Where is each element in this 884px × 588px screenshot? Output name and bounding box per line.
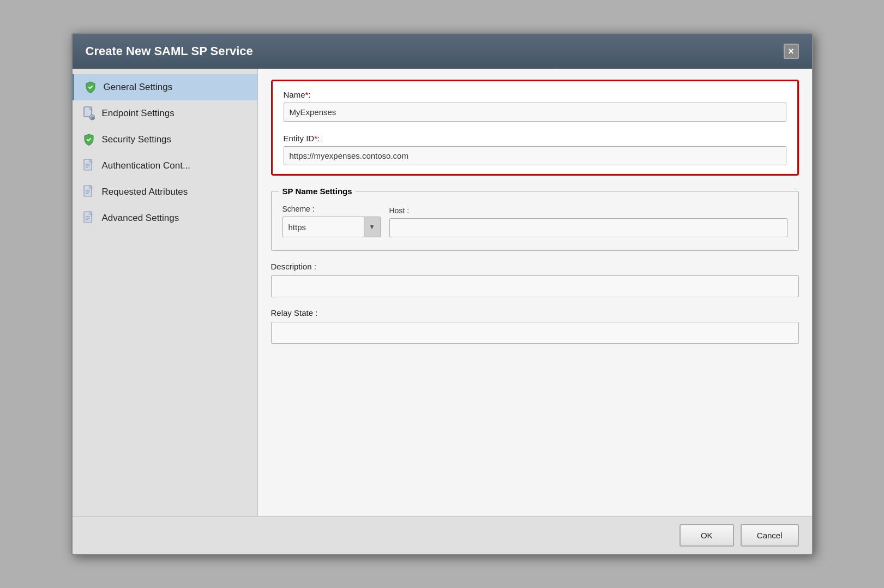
sidebar-item-label-requested-attributes: Requested Attributes bbox=[102, 187, 188, 197]
sidebar-item-requested-attributes[interactable]: Requested Attributes bbox=[73, 179, 257, 205]
host-column: Host : bbox=[389, 206, 787, 237]
scheme-select-wrapper[interactable]: https http ▼ bbox=[282, 217, 381, 237]
gray-page-icon-auth bbox=[81, 158, 97, 173]
name-input[interactable] bbox=[284, 103, 786, 122]
scheme-host-row: Scheme : https http ▼ Host : bbox=[282, 205, 787, 237]
description-section: Description : bbox=[271, 262, 799, 297]
description-label: Description : bbox=[271, 262, 799, 271]
dialog-header: Create New SAML SP Service × bbox=[73, 34, 812, 69]
sidebar-item-endpoint-settings[interactable]: SP Endpoint Settings bbox=[73, 100, 257, 127]
sidebar-item-label-security-settings: Security Settings bbox=[102, 134, 172, 145]
sidebar-item-label-advanced-settings: Advanced Settings bbox=[102, 213, 179, 224]
close-button[interactable]: × bbox=[784, 44, 799, 59]
gray-page-icon-endpoint: SP bbox=[81, 106, 97, 121]
green-shield-icon-security bbox=[81, 132, 97, 147]
relay-state-section: Relay State : bbox=[271, 308, 799, 344]
sidebar-item-general-settings[interactable]: General Settings bbox=[73, 74, 257, 100]
relay-state-label: Relay State : bbox=[271, 308, 799, 317]
sidebar-item-authentication-cont[interactable]: Authentication Cont... bbox=[73, 153, 257, 179]
required-fields-box: Name*: Entity ID*: bbox=[271, 80, 799, 176]
svg-rect-4 bbox=[84, 159, 92, 170]
sp-name-settings-legend: SP Name Settings bbox=[279, 187, 356, 196]
sidebar-item-label-general-settings: General Settings bbox=[104, 82, 173, 93]
scheme-column: Scheme : https http ▼ bbox=[282, 205, 381, 237]
scheme-dropdown-icon: ▼ bbox=[364, 217, 380, 237]
svg-rect-8 bbox=[84, 185, 92, 196]
name-label: Name*: bbox=[284, 90, 786, 99]
green-shield-icon bbox=[83, 80, 98, 95]
dialog-title: Create New SAML SP Service bbox=[86, 44, 253, 58]
sidebar-item-label-endpoint-settings: Endpoint Settings bbox=[102, 108, 175, 119]
host-input[interactable] bbox=[389, 218, 787, 237]
svg-rect-12 bbox=[84, 212, 92, 223]
dialog-footer: OK Cancel bbox=[73, 516, 812, 554]
sidebar-item-label-authentication-cont: Authentication Cont... bbox=[102, 160, 191, 171]
gray-page-icon-requested bbox=[81, 184, 97, 200]
ok-button[interactable]: OK bbox=[679, 524, 734, 547]
sp-name-settings-fieldset: SP Name Settings Scheme : https http ▼ bbox=[271, 187, 799, 251]
host-label: Host : bbox=[389, 206, 787, 215]
description-input[interactable] bbox=[271, 275, 799, 297]
sidebar-item-security-settings[interactable]: Security Settings bbox=[73, 127, 257, 153]
dialog-body: General Settings SP Endpoint Settings bbox=[73, 69, 812, 516]
create-saml-sp-dialog: Create New SAML SP Service × General Set… bbox=[71, 33, 813, 555]
scheme-select[interactable]: https http bbox=[283, 218, 364, 236]
relay-state-input[interactable] bbox=[271, 322, 799, 344]
entity-id-label: Entity ID*: bbox=[284, 134, 786, 143]
cancel-button[interactable]: Cancel bbox=[741, 524, 799, 547]
svg-text:SP: SP bbox=[91, 116, 95, 120]
content-area: Name*: Entity ID*: SP Name Settings Sche… bbox=[258, 69, 812, 516]
entity-id-input[interactable] bbox=[284, 146, 786, 165]
sidebar: General Settings SP Endpoint Settings bbox=[73, 69, 258, 516]
gray-page-icon-advanced bbox=[81, 211, 97, 226]
sidebar-item-advanced-settings[interactable]: Advanced Settings bbox=[73, 205, 257, 231]
scheme-label: Scheme : bbox=[282, 205, 381, 213]
